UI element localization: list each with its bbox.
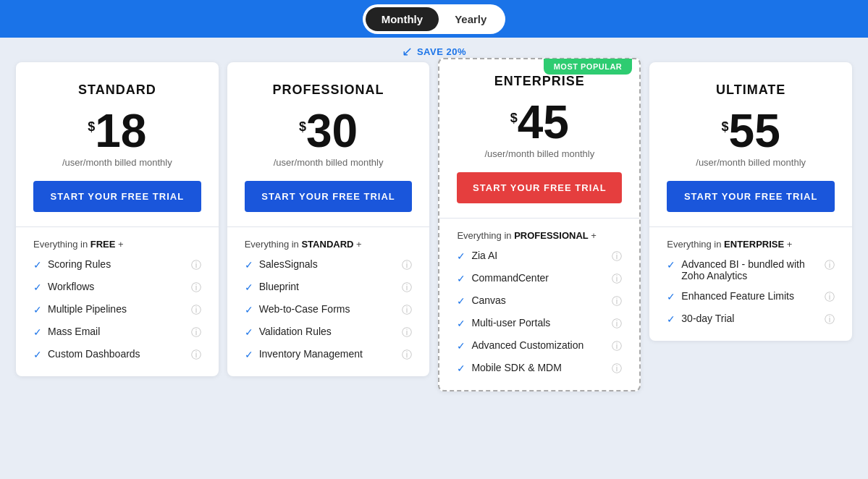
- feature-label: 30-day Trial: [681, 313, 734, 324]
- feature-item: ✓ Custom Dashboards ⓘ: [33, 348, 201, 362]
- feature-item: ✓ Workflows ⓘ: [33, 281, 201, 294]
- top-bar: Monthly Yearly: [0, 0, 868, 38]
- info-icon[interactable]: ⓘ: [612, 295, 622, 308]
- feature-left: ✓ 30-day Trial: [667, 313, 734, 325]
- plan-price-ultimate: $ 55: [667, 108, 835, 154]
- save-row: ↙ SAVE 20%: [0, 38, 868, 62]
- plan-card-ultimate: ULTIMATE $ 55 /user/month billed monthly…: [649, 62, 852, 341]
- dollar-sign: $: [722, 119, 729, 135]
- plan-name-enterprise: ENTERPRISE: [457, 74, 622, 89]
- feature-left: ✓ Enhanced Feature Limits: [667, 290, 794, 302]
- price-number: 45: [518, 99, 569, 145]
- trial-btn-enterprise[interactable]: START YOUR FREE TRIAL: [457, 172, 622, 203]
- save-text: SAVE 20%: [417, 46, 466, 57]
- feature-label: Multiple Pipelines: [48, 303, 127, 315]
- check-icon: ✓: [667, 291, 675, 302]
- info-icon[interactable]: ⓘ: [402, 304, 412, 317]
- plan-name-professional: PROFESSIONAL: [245, 82, 413, 98]
- feature-list-professional: ✓ SalesSignals ⓘ ✓ Blueprint ⓘ ✓ Web-to-…: [245, 258, 413, 362]
- price-sub-enterprise: /user/month billed monthly: [457, 148, 622, 159]
- feature-left: ✓ CommandCenter: [457, 272, 549, 284]
- price-sub-standard: /user/month billed monthly: [33, 157, 201, 168]
- check-icon: ✓: [245, 281, 253, 293]
- price-number: 18: [95, 108, 146, 154]
- everything-in-professional: Everything in STANDARD +: [245, 239, 413, 250]
- info-icon[interactable]: ⓘ: [402, 326, 412, 339]
- feature-left: ✓ Scoring Rules: [33, 258, 111, 271]
- price-sub-ultimate: /user/month billed monthly: [667, 157, 835, 168]
- divider-professional: [227, 226, 430, 227]
- info-icon[interactable]: ⓘ: [402, 259, 412, 272]
- feature-label: Web-to-Case Forms: [259, 303, 350, 315]
- info-icon[interactable]: ⓘ: [825, 313, 835, 326]
- trial-btn-standard[interactable]: START YOUR FREE TRIAL: [33, 181, 201, 212]
- info-icon[interactable]: ⓘ: [402, 349, 412, 362]
- feature-list-enterprise: ✓ Zia AI ⓘ ✓ CommandCenter ⓘ ✓ Canvas ⓘ …: [457, 250, 622, 376]
- feature-item: ✓ Multi-user Portals ⓘ: [457, 317, 622, 331]
- feature-label: Custom Dashboards: [48, 348, 140, 360]
- feature-label: Workflows: [48, 281, 94, 292]
- check-icon: ✓: [245, 259, 253, 271]
- plan-card-professional: PROFESSIONAL $ 30 /user/month billed mon…: [227, 62, 430, 376]
- plans-container: STANDARD $ 18 /user/month billed monthly…: [0, 62, 868, 406]
- check-icon: ✓: [33, 326, 42, 338]
- info-icon[interactable]: ⓘ: [191, 326, 201, 339]
- feature-item: ✓ Advanced BI - bundled with Zoho Analyt…: [667, 258, 835, 281]
- divider-enterprise: [439, 218, 639, 219]
- dollar-sign: $: [88, 119, 95, 135]
- check-icon: ✓: [667, 259, 675, 271]
- feature-label: SalesSignals: [259, 258, 318, 270]
- feature-label: Validation Rules: [259, 326, 332, 337]
- feature-left: ✓ Zia AI: [457, 250, 497, 262]
- feature-left: ✓ Inventory Management: [245, 348, 363, 360]
- info-icon[interactable]: ⓘ: [612, 273, 622, 286]
- info-icon[interactable]: ⓘ: [402, 281, 412, 294]
- info-icon[interactable]: ⓘ: [191, 259, 201, 272]
- check-icon: ✓: [457, 295, 465, 307]
- feature-item: ✓ Mass Email ⓘ: [33, 326, 201, 339]
- info-icon[interactable]: ⓘ: [191, 349, 201, 362]
- feature-item: ✓ 30-day Trial ⓘ: [667, 313, 835, 326]
- feature-label: Canvas: [471, 294, 505, 306]
- feature-label: Advanced Customization: [471, 339, 583, 351]
- save-arrow-icon: ↙: [402, 43, 413, 59]
- yearly-toggle[interactable]: Yearly: [439, 7, 502, 31]
- info-icon[interactable]: ⓘ: [612, 250, 622, 263]
- info-icon[interactable]: ⓘ: [612, 340, 622, 353]
- check-icon: ✓: [245, 326, 253, 338]
- feature-left: ✓ Advanced BI - bundled with Zoho Analyt…: [667, 258, 804, 281]
- feature-left: ✓ SalesSignals: [245, 258, 318, 271]
- info-icon[interactable]: ⓘ: [612, 318, 622, 331]
- info-icon[interactable]: ⓘ: [825, 291, 835, 304]
- check-icon: ✓: [245, 349, 253, 360]
- feature-left: ✓ Multiple Pipelines: [33, 303, 127, 315]
- feature-label: Mass Email: [48, 326, 100, 337]
- price-number: 30: [306, 108, 358, 154]
- info-icon[interactable]: ⓘ: [191, 304, 201, 317]
- check-icon: ✓: [33, 259, 42, 271]
- info-icon[interactable]: ⓘ: [612, 363, 622, 376]
- feature-left: ✓ Multi-user Portals: [457, 317, 550, 329]
- trial-btn-ultimate[interactable]: START YOUR FREE TRIAL: [667, 181, 835, 212]
- plan-card-enterprise: MOST POPULARENTERPRISE $ 45 /user/month …: [438, 58, 641, 391]
- info-icon[interactable]: ⓘ: [825, 259, 835, 272]
- most-popular-badge: MOST POPULAR: [544, 59, 633, 75]
- feature-item: ✓ Web-to-Case Forms ⓘ: [245, 303, 413, 317]
- feature-label: Enhanced Feature Limits: [681, 290, 794, 302]
- check-icon: ✓: [457, 318, 465, 329]
- check-icon: ✓: [667, 313, 675, 325]
- feature-item: ✓ Zia AI ⓘ: [457, 250, 622, 263]
- trial-btn-professional[interactable]: START YOUR FREE TRIAL: [245, 181, 413, 212]
- price-sub-professional: /user/month billed monthly: [245, 157, 413, 168]
- feature-left: ✓ Canvas: [457, 294, 505, 307]
- feature-item: ✓ Multiple Pipelines ⓘ: [33, 303, 201, 317]
- feature-item: ✓ CommandCenter ⓘ: [457, 272, 622, 286]
- check-icon: ✓: [245, 304, 253, 315]
- billing-toggle[interactable]: Monthly Yearly: [363, 4, 506, 34]
- info-icon[interactable]: ⓘ: [191, 281, 201, 294]
- feature-item: ✓ Scoring Rules ⓘ: [33, 258, 201, 272]
- feature-left: ✓ Custom Dashboards: [33, 348, 140, 360]
- monthly-toggle[interactable]: Monthly: [366, 7, 439, 31]
- feature-left: ✓ Web-to-Case Forms: [245, 303, 350, 315]
- plan-price-standard: $ 18: [33, 108, 201, 154]
